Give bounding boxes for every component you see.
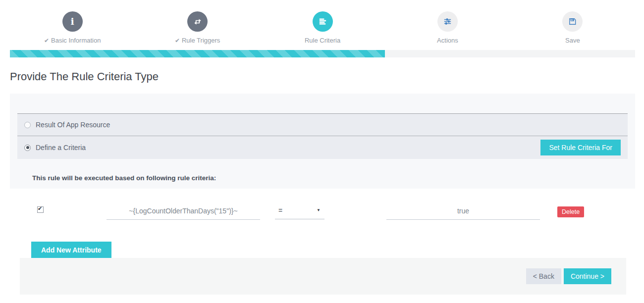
step-rule-criteria[interactable]: Rule Criteria <box>260 11 385 44</box>
criteria-row: = ▼ Delete <box>10 206 635 220</box>
add-new-attribute-button[interactable]: Add New Attribute <box>31 242 111 258</box>
radio-result-of-app-resource[interactable] <box>24 122 31 128</box>
delete-criteria-button[interactable]: Delete <box>557 206 584 217</box>
step-circle <box>437 11 458 32</box>
continue-button[interactable]: Continue > <box>564 268 611 284</box>
set-rule-criteria-button[interactable]: Set Rule Criteria For <box>540 140 621 155</box>
step-label: ✔Rule Triggers <box>135 37 260 44</box>
repeat-icon <box>193 17 203 27</box>
operator-value: = <box>278 206 282 214</box>
wizard-steps: i ✔Basic Information ✔Rule Triggers <box>10 0 635 44</box>
step-circle <box>187 11 208 32</box>
step-label: ✔Basic Information <box>10 37 135 44</box>
criteria-type-options: Result Of App Resource Define a Criteria… <box>17 113 628 159</box>
option-result-of-app-resource[interactable]: Result Of App Resource <box>17 114 628 136</box>
step-circle: i <box>62 11 83 32</box>
radio-define-a-criteria[interactable] <box>24 145 31 151</box>
chevron-down-icon: ▼ <box>317 208 321 212</box>
criteria-operator-select[interactable]: = ▼ <box>275 206 324 219</box>
wizard-progress-track <box>10 50 635 57</box>
step-label: Save <box>510 37 635 44</box>
criteria-rows-section: = ▼ Delete Add New Attribute <box>10 189 635 258</box>
page-title: Provide The Rule Criteria Type <box>10 70 634 83</box>
option-define-a-criteria[interactable]: Define a Criteria Set Rule Criteria For <box>17 136 628 159</box>
sliders-icon <box>443 17 452 26</box>
list-lines-icon <box>318 17 327 26</box>
option-label: Result Of App Resource <box>36 121 110 129</box>
criteria-attribute-input[interactable] <box>107 207 260 220</box>
step-basic-information[interactable]: i ✔Basic Information <box>10 11 135 44</box>
option-label: Define a Criteria <box>36 144 86 152</box>
step-actions[interactable]: Actions <box>385 11 510 44</box>
criteria-note: This rule will be executed based on foll… <box>32 174 628 182</box>
form-footer: < Back Continue > <box>20 258 626 295</box>
check-icon: ✔ <box>175 37 180 44</box>
criteria-type-section: Result Of App Resource Define a Criteria… <box>10 94 635 189</box>
wizard-progress-fill <box>10 50 385 57</box>
rule-criteria-panel: Result Of App Resource Define a Criteria… <box>10 94 635 295</box>
step-rule-triggers[interactable]: ✔Rule Triggers <box>135 11 260 44</box>
check-icon: ✔ <box>44 37 49 44</box>
info-icon: i <box>71 17 74 26</box>
step-circle <box>562 11 583 32</box>
step-label: Actions <box>385 37 510 44</box>
step-save[interactable]: Save <box>510 11 635 44</box>
criteria-value-input[interactable] <box>386 207 540 220</box>
back-button[interactable]: < Back <box>526 268 561 284</box>
criteria-enabled-checkbox[interactable] <box>37 206 44 213</box>
save-icon <box>568 17 577 26</box>
step-circle <box>313 11 333 32</box>
step-label: Rule Criteria <box>260 37 385 44</box>
